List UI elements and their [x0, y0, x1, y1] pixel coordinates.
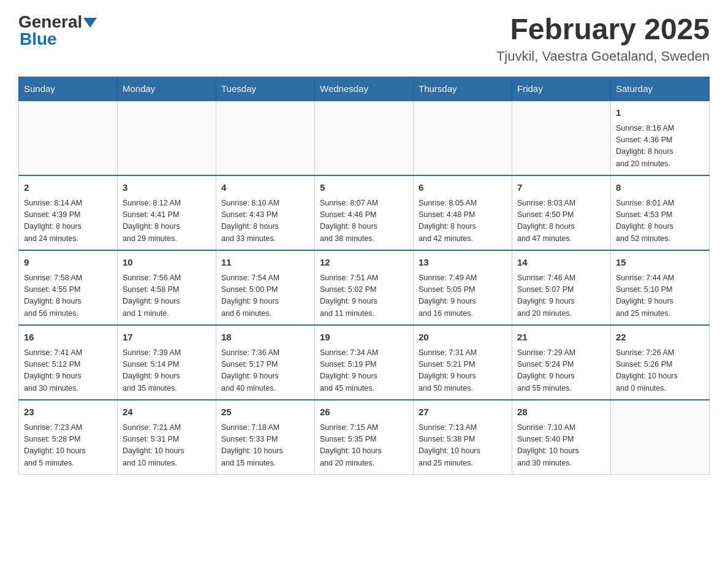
day-info: Sunrise: 7:51 AM Sunset: 5:02 PM Dayligh…: [320, 272, 408, 320]
day-info: Sunrise: 7:18 AM Sunset: 5:33 PM Dayligh…: [221, 422, 309, 470]
weekday-header-monday: Monday: [118, 77, 216, 101]
calendar-cell: 28Sunrise: 7:10 AM Sunset: 5:40 PM Dayli…: [512, 400, 611, 475]
day-info: Sunrise: 7:15 AM Sunset: 5:35 PM Dayligh…: [320, 422, 408, 470]
day-info: Sunrise: 7:34 AM Sunset: 5:19 PM Dayligh…: [320, 347, 408, 395]
day-number: 23: [24, 405, 112, 419]
day-info: Sunrise: 7:58 AM Sunset: 4:55 PM Dayligh…: [24, 272, 112, 320]
day-number: 4: [221, 181, 309, 195]
day-number: 11: [221, 256, 309, 270]
day-info: Sunrise: 8:07 AM Sunset: 4:46 PM Dayligh…: [320, 197, 408, 245]
calendar-cell: 21Sunrise: 7:29 AM Sunset: 5:24 PM Dayli…: [512, 325, 611, 400]
day-info: Sunrise: 7:13 AM Sunset: 5:38 PM Dayligh…: [419, 422, 507, 470]
calendar-cell: 10Sunrise: 7:56 AM Sunset: 4:58 PM Dayli…: [118, 250, 216, 325]
calendar-cell: 24Sunrise: 7:21 AM Sunset: 5:31 PM Dayli…: [118, 400, 216, 475]
day-number: 24: [123, 405, 211, 419]
day-number: 9: [24, 256, 112, 270]
calendar-cell: 19Sunrise: 7:34 AM Sunset: 5:19 PM Dayli…: [315, 325, 414, 400]
day-info: Sunrise: 7:56 AM Sunset: 4:58 PM Dayligh…: [123, 272, 211, 320]
day-number: 20: [419, 331, 507, 345]
calendar-cell: 1Sunrise: 8:16 AM Sunset: 4:36 PM Daylig…: [611, 101, 710, 175]
day-number: 26: [320, 405, 408, 419]
calendar-cell: 16Sunrise: 7:41 AM Sunset: 5:12 PM Dayli…: [19, 325, 118, 400]
day-info: Sunrise: 8:01 AM Sunset: 4:53 PM Dayligh…: [616, 197, 704, 245]
calendar-table: SundayMondayTuesdayWednesdayThursdayFrid…: [18, 77, 710, 475]
day-info: Sunrise: 7:26 AM Sunset: 5:26 PM Dayligh…: [616, 347, 704, 395]
day-info: Sunrise: 7:10 AM Sunset: 5:40 PM Dayligh…: [517, 422, 605, 470]
day-number: 1: [616, 106, 704, 120]
calendar-cell: [118, 101, 216, 175]
day-info: Sunrise: 7:29 AM Sunset: 5:24 PM Dayligh…: [517, 347, 605, 395]
day-info: Sunrise: 7:31 AM Sunset: 5:21 PM Dayligh…: [419, 347, 507, 395]
svg-marker-0: [83, 18, 97, 28]
weekday-header-wednesday: Wednesday: [315, 77, 414, 101]
day-number: 2: [24, 181, 112, 195]
day-number: 3: [123, 181, 211, 195]
calendar-cell: 5Sunrise: 8:07 AM Sunset: 4:46 PM Daylig…: [315, 175, 414, 250]
calendar-cell: [611, 400, 710, 475]
week-row-1: 1Sunrise: 8:16 AM Sunset: 4:36 PM Daylig…: [19, 101, 710, 175]
calendar-cell: 13Sunrise: 7:49 AM Sunset: 5:05 PM Dayli…: [414, 250, 512, 325]
day-number: 12: [320, 256, 408, 270]
day-info: Sunrise: 8:05 AM Sunset: 4:48 PM Dayligh…: [419, 197, 507, 245]
day-number: 16: [24, 331, 112, 345]
day-number: 5: [320, 181, 408, 195]
day-number: 13: [419, 256, 507, 270]
day-number: 18: [221, 331, 309, 345]
calendar-cell: 22Sunrise: 7:26 AM Sunset: 5:26 PM Dayli…: [611, 325, 710, 400]
calendar-cell: [19, 101, 118, 175]
day-number: 14: [517, 256, 605, 270]
day-number: 10: [123, 256, 211, 270]
calendar-cell: 18Sunrise: 7:36 AM Sunset: 5:17 PM Dayli…: [216, 325, 315, 400]
week-row-5: 23Sunrise: 7:23 AM Sunset: 5:28 PM Dayli…: [19, 400, 710, 475]
calendar-subtitle: Tjuvkil, Vaestra Goetaland, Sweden: [496, 48, 710, 64]
weekday-header-friday: Friday: [512, 77, 611, 101]
week-row-3: 9Sunrise: 7:58 AM Sunset: 4:55 PM Daylig…: [19, 250, 710, 325]
calendar-cell: 14Sunrise: 7:46 AM Sunset: 5:07 PM Dayli…: [512, 250, 611, 325]
day-info: Sunrise: 7:41 AM Sunset: 5:12 PM Dayligh…: [24, 347, 112, 395]
day-number: 25: [221, 405, 309, 419]
day-number: 17: [123, 331, 211, 345]
calendar-cell: [216, 101, 315, 175]
week-row-2: 2Sunrise: 8:14 AM Sunset: 4:39 PM Daylig…: [19, 175, 710, 250]
day-info: Sunrise: 7:39 AM Sunset: 5:14 PM Dayligh…: [123, 347, 211, 395]
day-info: Sunrise: 7:44 AM Sunset: 5:10 PM Dayligh…: [616, 272, 704, 320]
day-info: Sunrise: 7:23 AM Sunset: 5:28 PM Dayligh…: [24, 422, 112, 470]
day-number: 6: [419, 181, 507, 195]
day-info: Sunrise: 7:54 AM Sunset: 5:00 PM Dayligh…: [221, 272, 309, 320]
calendar-cell: 11Sunrise: 7:54 AM Sunset: 5:00 PM Dayli…: [216, 250, 315, 325]
day-info: Sunrise: 8:12 AM Sunset: 4:41 PM Dayligh…: [123, 197, 211, 245]
calendar-cell: 23Sunrise: 7:23 AM Sunset: 5:28 PM Dayli…: [19, 400, 118, 475]
weekday-header-sunday: Sunday: [19, 77, 118, 101]
calendar-cell: 8Sunrise: 8:01 AM Sunset: 4:53 PM Daylig…: [611, 175, 710, 250]
logo-triangle-icon: [83, 18, 97, 28]
calendar-cell: 20Sunrise: 7:31 AM Sunset: 5:21 PM Dayli…: [414, 325, 512, 400]
calendar-cell: [512, 101, 611, 175]
calendar-cell: 3Sunrise: 8:12 AM Sunset: 4:41 PM Daylig…: [118, 175, 216, 250]
day-number: 27: [419, 405, 507, 419]
calendar-cell: 25Sunrise: 7:18 AM Sunset: 5:33 PM Dayli…: [216, 400, 315, 475]
calendar-cell: 9Sunrise: 7:58 AM Sunset: 4:55 PM Daylig…: [19, 250, 118, 325]
calendar-cell: 2Sunrise: 8:14 AM Sunset: 4:39 PM Daylig…: [19, 175, 118, 250]
calendar-cell: 27Sunrise: 7:13 AM Sunset: 5:38 PM Dayli…: [414, 400, 512, 475]
calendar-cell: 6Sunrise: 8:05 AM Sunset: 4:48 PM Daylig…: [414, 175, 512, 250]
weekday-header-row: SundayMondayTuesdayWednesdayThursdayFrid…: [19, 77, 710, 101]
day-info: Sunrise: 8:14 AM Sunset: 4:39 PM Dayligh…: [24, 197, 112, 245]
calendar-cell: 15Sunrise: 7:44 AM Sunset: 5:10 PM Dayli…: [611, 250, 710, 325]
weekday-header-thursday: Thursday: [414, 77, 512, 101]
calendar-title: February 2025: [496, 12, 710, 46]
logo-blue-text: Blue: [18, 29, 57, 49]
day-info: Sunrise: 8:03 AM Sunset: 4:50 PM Dayligh…: [517, 197, 605, 245]
weekday-header-tuesday: Tuesday: [216, 77, 315, 101]
day-info: Sunrise: 8:16 AM Sunset: 4:36 PM Dayligh…: [616, 123, 704, 170]
day-number: 7: [517, 181, 605, 195]
day-info: Sunrise: 8:10 AM Sunset: 4:43 PM Dayligh…: [221, 197, 309, 245]
logo: General Blue: [18, 12, 97, 49]
page-header: General Blue February 2025 Tjuvkil, Vaes…: [18, 12, 710, 64]
calendar-cell: 12Sunrise: 7:51 AM Sunset: 5:02 PM Dayli…: [315, 250, 414, 325]
day-info: Sunrise: 7:36 AM Sunset: 5:17 PM Dayligh…: [221, 347, 309, 395]
day-info: Sunrise: 7:49 AM Sunset: 5:05 PM Dayligh…: [419, 272, 507, 320]
calendar-cell: 4Sunrise: 8:10 AM Sunset: 4:43 PM Daylig…: [216, 175, 315, 250]
day-number: 15: [616, 256, 704, 270]
day-info: Sunrise: 7:21 AM Sunset: 5:31 PM Dayligh…: [123, 422, 211, 470]
weekday-header-saturday: Saturday: [611, 77, 710, 101]
